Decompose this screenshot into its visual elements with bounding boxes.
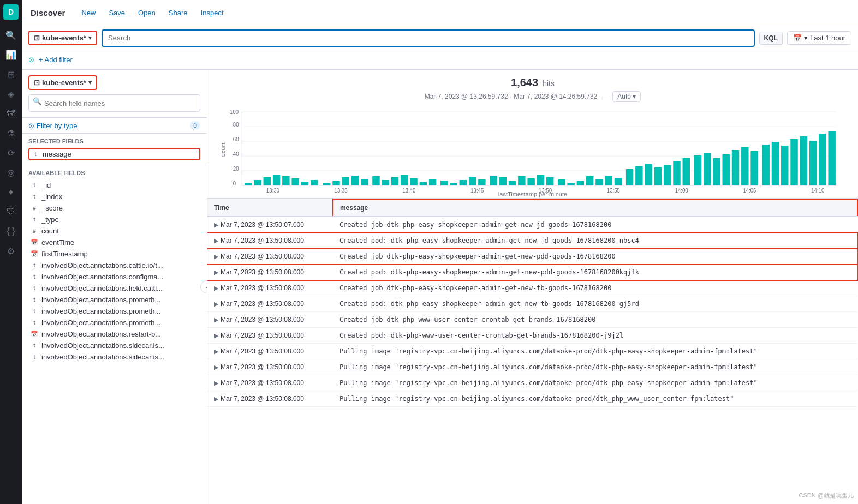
- time-column-header[interactable]: Time: [207, 199, 333, 217]
- nav-maps-icon[interactable]: 🗺: [2, 105, 20, 122]
- save-button[interactable]: Save: [103, 7, 130, 19]
- open-button[interactable]: Open: [133, 7, 161, 19]
- time-cell: ▶Mar 7, 2023 @ 13:50:08.000: [207, 280, 333, 296]
- nav-visualize-icon[interactable]: 📊: [2, 46, 20, 63]
- nav-infra-icon[interactable]: ⟳: [2, 144, 20, 161]
- nav-dev-icon[interactable]: { }: [2, 223, 20, 240]
- field-item-involved2[interactable]: t involvedObject.annotations.configma...: [28, 271, 200, 283]
- sidebar-index-pattern[interactable]: ⊡ kube-events* ▾: [28, 75, 97, 90]
- svg-rect-37: [440, 181, 448, 185]
- svg-rect-80: [809, 141, 817, 185]
- field-item-count[interactable]: # count: [28, 225, 200, 237]
- filter-by-type-button[interactable]: ⊙ Filter by type: [28, 122, 77, 130]
- table-area: Time message ▶Mar 7, 2023 @ 13:50:07.000…: [207, 199, 858, 504]
- field-item-type[interactable]: t _type: [28, 214, 200, 225]
- svg-rect-13: [245, 183, 252, 185]
- expand-row-button[interactable]: ▶: [214, 253, 218, 260]
- svg-rect-35: [429, 179, 436, 185]
- field-item-involved9[interactable]: t involvedObject.annotations.sidecar.is.…: [28, 351, 200, 363]
- table-row: ▶Mar 7, 2023 @ 13:50:08.000Created job d…: [207, 280, 857, 296]
- expand-row-button[interactable]: ▶: [214, 332, 218, 339]
- svg-rect-29: [372, 176, 379, 185]
- field-item-involved3[interactable]: t involvedObject.annotations.field.cattl…: [28, 283, 200, 294]
- index-pattern-label: kube-events*: [42, 34, 86, 42]
- field-item-involved7[interactable]: 📅 involvedObject.annotations.restart-b..…: [28, 328, 200, 340]
- svg-rect-60: [635, 166, 642, 185]
- filter-row: ⊙ + Add filter: [22, 50, 858, 70]
- svg-rect-64: [673, 161, 680, 185]
- svg-rect-56: [605, 176, 612, 185]
- expand-row-button[interactable]: ▶: [214, 221, 218, 228]
- svg-rect-40: [469, 177, 476, 185]
- sidebar: ⊡ kube-events* ▾ 🔍 ⊙ Filter by type 0 Se…: [22, 70, 207, 504]
- svg-rect-49: [546, 177, 553, 185]
- message-cell: Pulling image "registry-vpc.cn-beijing.a…: [333, 375, 857, 391]
- field-item-id[interactable]: t _id: [28, 179, 200, 191]
- svg-rect-48: [537, 175, 544, 185]
- main-content: Discover New Save Open Share Inspect ⊡ k…: [22, 0, 858, 504]
- nav-siem-icon[interactable]: 🛡: [2, 203, 20, 220]
- svg-rect-52: [567, 183, 574, 185]
- field-item-eventtime[interactable]: 📅 eventTime: [28, 237, 200, 248]
- index-pattern-selector[interactable]: ⊡ kube-events* ▾: [28, 31, 97, 45]
- nav-ml-icon[interactable]: ⚗: [2, 124, 20, 142]
- index-pattern-chevron: ▾: [88, 34, 92, 41]
- auto-select[interactable]: Auto ▾: [612, 91, 641, 102]
- table-row: ▶Mar 7, 2023 @ 13:50:08.000Pulling image…: [207, 391, 857, 407]
- expand-row-button[interactable]: ▶: [214, 364, 218, 370]
- nav-stack-icon[interactable]: ⚙: [2, 242, 20, 260]
- expand-row-button[interactable]: ▶: [214, 285, 218, 291]
- svg-rect-27: [361, 179, 368, 185]
- time-cell: ▶Mar 7, 2023 @ 13:50:08.000: [207, 233, 333, 249]
- search-fields-input[interactable]: [28, 94, 200, 112]
- inspect-button[interactable]: Inspect: [195, 7, 229, 19]
- svg-text:13:30: 13:30: [266, 188, 280, 194]
- field-item-involved4[interactable]: t involvedObject.annotations.prometh...: [28, 294, 200, 305]
- svg-text:Count: Count: [220, 142, 226, 157]
- left-navigation: D 🔍 📊 ⊞ ◈ 🗺 ⚗ ⟳ ◎ ♦ 🛡 { } ⚙: [0, 0, 22, 504]
- nav-uptime-icon[interactable]: ♦: [2, 183, 20, 201]
- message-column-header[interactable]: message: [333, 199, 857, 217]
- svg-rect-81: [819, 134, 826, 185]
- svg-rect-75: [762, 145, 769, 185]
- nav-discover-icon[interactable]: 🔍: [2, 26, 20, 44]
- share-button[interactable]: Share: [163, 7, 193, 19]
- svg-text:14:00: 14:00: [675, 188, 689, 194]
- field-item-involved8[interactable]: t involvedObject.annotations.sidecar.is.…: [28, 340, 200, 351]
- field-item-index[interactable]: t _index: [28, 191, 200, 202]
- svg-rect-45: [509, 181, 516, 185]
- field-item-involved5[interactable]: t involvedObject.annotations.prometh...: [28, 305, 200, 317]
- search-input[interactable]: [102, 29, 755, 47]
- field-item-involved6[interactable]: t involvedObject.annotations.prometh...: [28, 317, 200, 328]
- nav-dashboard-icon[interactable]: ⊞: [2, 65, 20, 83]
- filter-options-icon: ⊙: [28, 56, 34, 64]
- svg-rect-72: [741, 147, 748, 185]
- svg-rect-46: [518, 176, 525, 185]
- expand-row-button[interactable]: ▶: [214, 301, 218, 307]
- nav-apm-icon[interactable]: ◎: [2, 164, 20, 181]
- expand-row-button[interactable]: ▶: [214, 348, 218, 355]
- expand-row-button[interactable]: ▶: [214, 380, 218, 386]
- selected-field-message[interactable]: t message: [28, 148, 200, 160]
- chart-header: 1,643 hits: [218, 76, 847, 89]
- svg-rect-14: [254, 180, 261, 185]
- expand-row-button[interactable]: ▶: [214, 395, 218, 402]
- expand-row-button[interactable]: ▶: [214, 269, 218, 275]
- svg-text:0: 0: [233, 181, 236, 187]
- time-picker[interactable]: 📅 ▾ Last 1 hour: [787, 31, 851, 45]
- kql-badge[interactable]: KQL: [759, 32, 783, 45]
- svg-text:100: 100: [230, 109, 239, 115]
- add-filter-button[interactable]: + Add filter: [39, 56, 73, 64]
- field-item-firsttimestamp[interactable]: 📅 firstTimestamp: [28, 248, 200, 260]
- selected-fields-section: Selected fields t message: [22, 134, 207, 165]
- field-item-score[interactable]: # _score: [28, 202, 200, 214]
- table-row: ▶Mar 7, 2023 @ 13:50:08.000Created pod: …: [207, 233, 857, 249]
- nav-canvas-icon[interactable]: ◈: [2, 85, 20, 103]
- sidebar-index-icon: ⊡: [34, 79, 40, 87]
- new-button[interactable]: New: [76, 7, 101, 19]
- expand-row-button[interactable]: ▶: [214, 316, 218, 323]
- svg-rect-71: [732, 150, 739, 185]
- svg-rect-38: [450, 183, 457, 185]
- expand-row-button[interactable]: ▶: [214, 237, 218, 244]
- field-item-involved1[interactable]: t involvedObject.annotations.cattle.io/t…: [28, 260, 200, 271]
